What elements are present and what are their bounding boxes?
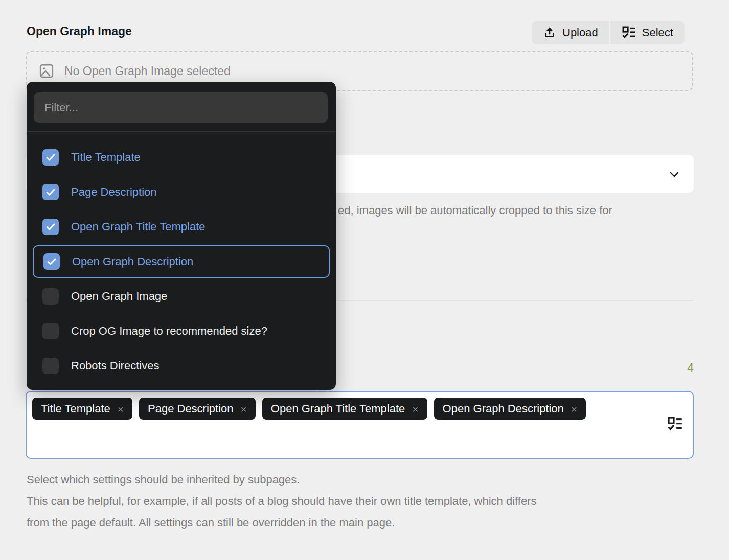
tag-label: Open Graph Title Template	[271, 402, 405, 415]
checkbox-unchecked-icon[interactable]	[42, 323, 59, 339]
dropdown-item-title-template[interactable]: Title Template	[27, 140, 336, 175]
inherited-settings-tags-field[interactable]: Title Template × Page Description × Open…	[26, 391, 694, 459]
checkbox-unchecked-icon[interactable]	[42, 358, 59, 374]
dropdown-item-page-description[interactable]: Page Description	[27, 175, 336, 209]
checkbox-unchecked-icon[interactable]	[42, 288, 59, 305]
field-instructions: Select which settings should be inherite…	[27, 469, 536, 533]
tag-label: Title Template	[41, 402, 110, 415]
image-field-actions: Upload Select	[532, 21, 685, 44]
upload-button[interactable]: Upload	[532, 21, 609, 44]
checkbox-checked-icon[interactable]	[43, 253, 60, 270]
dropdown-item-label: Open Graph Image	[71, 290, 167, 303]
instructions-line: This can be helpful, for example, if all…	[27, 491, 536, 512]
dropdown-item-label: Open Graph Title Template	[71, 220, 206, 234]
tag-og-description: Open Graph Description ×	[434, 398, 586, 420]
field-label-open-graph-image: Open Graph Image	[27, 25, 132, 38]
checkbox-checked-icon[interactable]	[42, 149, 59, 166]
remove-tag-icon[interactable]: ×	[412, 404, 418, 414]
settings-multiselect-dropdown: Title Template Page Description Open Gra…	[27, 82, 336, 390]
upload-button-label: Upload	[562, 26, 598, 39]
dropdown-item-label: Open Graph Description	[72, 255, 193, 268]
tag-page-description: Page Description ×	[139, 398, 256, 420]
select-button[interactable]: Select	[610, 21, 685, 44]
checklist-icon	[622, 26, 636, 40]
tag-title-template: Title Template ×	[32, 398, 132, 420]
remove-tag-icon[interactable]: ×	[241, 404, 247, 414]
crop-help-text-fragment: ed, images will be automatically cropped…	[338, 204, 612, 217]
dropdown-item-og-description[interactable]: Open Graph Description	[33, 245, 330, 278]
dropdown-items: Title Template Page Description Open Gra…	[27, 140, 336, 383]
tag-label: Open Graph Description	[443, 402, 564, 415]
dropdown-divider	[27, 131, 336, 132]
chevron-down-icon	[668, 168, 680, 182]
remove-tag-icon[interactable]: ×	[118, 404, 124, 414]
selected-count-badge: 4	[684, 361, 694, 375]
dropdown-item-robots-directives[interactable]: Robots Directives	[27, 348, 336, 383]
tag-og-title-template: Open Graph Title Template ×	[262, 398, 427, 420]
instructions-line: from the page default. All settings can …	[27, 512, 536, 533]
dropdown-item-label: Title Template	[71, 151, 141, 164]
seo-settings-panel: Open Graph Image Upload	[0, 0, 729, 560]
select-button-label: Select	[642, 26, 673, 39]
dropdown-item-label: Robots Directives	[71, 359, 159, 372]
dropdown-item-label: Page Description	[71, 185, 157, 199]
dropdown-item-crop-og-image[interactable]: Crop OG Image to recommended size?	[27, 314, 336, 348]
instructions-line: Select which settings should be inherite…	[27, 469, 536, 491]
upload-icon	[543, 26, 556, 39]
dropdown-item-label: Crop OG Image to recommended size?	[71, 324, 267, 338]
remove-tag-icon[interactable]: ×	[571, 404, 577, 414]
image-placeholder-icon	[39, 63, 54, 79]
dropdown-item-og-image[interactable]: Open Graph Image	[27, 279, 336, 314]
filter-input[interactable]	[34, 92, 328, 123]
checkbox-checked-icon[interactable]	[42, 184, 59, 200]
checkbox-checked-icon[interactable]	[42, 219, 59, 235]
checklist-icon[interactable]	[667, 416, 682, 434]
no-image-selected-text: No Open Graph Image selected	[64, 64, 231, 78]
tag-label: Page Description	[148, 402, 234, 415]
dropdown-item-og-title-template[interactable]: Open Graph Title Template	[27, 209, 336, 244]
